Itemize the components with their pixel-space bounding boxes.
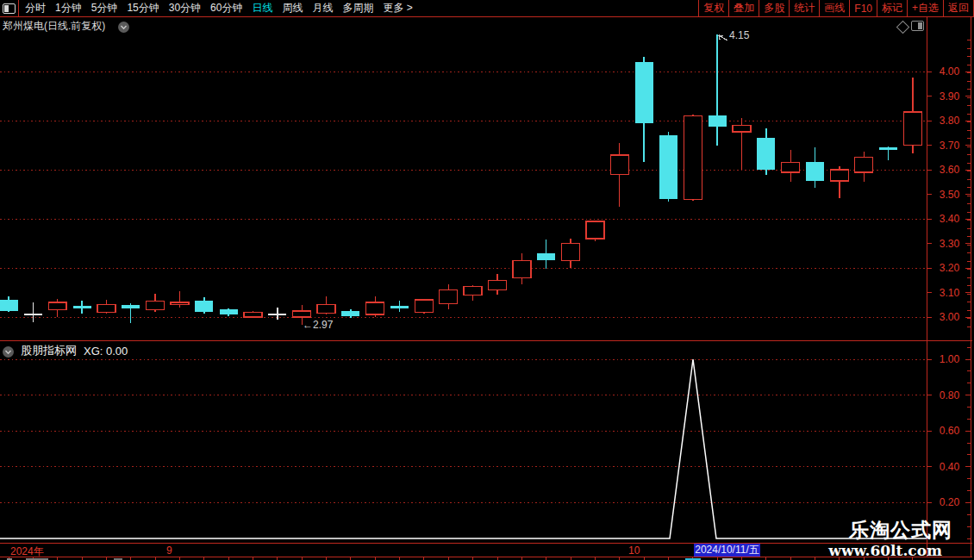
date-axis-label: 9	[166, 544, 172, 557]
price-axis-label: 3.90	[931, 90, 968, 103]
price-axis-label: 3.40	[931, 213, 968, 225]
indicator-axis-label: 0.60	[931, 425, 968, 437]
indicator-panel-header: 股朋指标网 XG: 0.00	[3, 343, 128, 358]
candle	[440, 284, 458, 310]
candle	[733, 118, 751, 170]
candle	[635, 57, 653, 163]
candle	[220, 308, 238, 316]
period-tab[interactable]: 更多 >	[383, 1, 412, 16]
candle	[244, 311, 262, 319]
candle	[464, 285, 482, 302]
candle	[610, 143, 628, 207]
date-axis-label: 2024年	[10, 544, 44, 559]
candle	[268, 308, 286, 320]
period-tab[interactable]: 多周期	[342, 1, 373, 16]
indicator-axis-label: 0.20	[931, 496, 968, 508]
top-toolbar: 分时1分钟5分钟15分钟30分钟60分钟日线周线月线多周期更多 > 复权叠加多股…	[0, 0, 974, 17]
indicator-axis-label: 1.00	[931, 353, 968, 365]
action-button[interactable]: 画线	[819, 0, 849, 16]
price-axis-label: 3.10	[931, 287, 968, 299]
price-axis-label: 3.50	[931, 189, 968, 201]
candle	[757, 128, 775, 175]
indicator-axis-label: 0.80	[931, 389, 968, 401]
candle	[195, 297, 213, 314]
price-axis-label: 3.70	[931, 140, 968, 152]
candlesticks	[0, 34, 921, 324]
price-axis-label: 3.80	[931, 115, 968, 127]
watermark-site-url: www.60lt.com	[828, 542, 942, 559]
period-tab[interactable]: 1分钟	[55, 1, 82, 16]
sidebar-toggle-icon	[3, 3, 16, 14]
period-tab[interactable]: 月线	[312, 1, 333, 16]
candle	[415, 299, 433, 314]
indicator-axis-label: 0.40	[931, 461, 968, 473]
action-button[interactable]: 叠加	[728, 0, 759, 16]
price-axis-label: 4.00	[931, 65, 968, 78]
chart-title: 郑州煤电(日线.前复权)	[3, 19, 105, 34]
candle	[562, 239, 580, 268]
axis-ticks	[9, 40, 971, 560]
action-button[interactable]: 多股	[759, 0, 789, 16]
indicator-value-label: XG: 0.00	[84, 345, 128, 358]
price-axis-label: 3.30	[931, 238, 968, 250]
candle	[659, 132, 677, 202]
price-axis-label: 3.00	[931, 311, 968, 323]
low-price-annotation: ←2.97	[303, 319, 333, 331]
xg-indicator-line	[0, 359, 927, 538]
period-tab[interactable]: 5分钟	[91, 1, 118, 16]
action-button[interactable]: 标记	[877, 0, 907, 16]
candle	[366, 296, 384, 317]
candle	[97, 300, 116, 314]
title-dropdown-button[interactable]	[118, 21, 129, 32]
candle	[73, 301, 91, 313]
candle	[830, 166, 848, 198]
action-buttons: 复权叠加多股统计画线F10标记+自选返回	[698, 0, 974, 16]
main-gridlines	[0, 72, 927, 317]
candle	[24, 302, 42, 322]
chart-frame	[0, 17, 972, 557]
candle	[879, 146, 897, 160]
period-tab[interactable]: 60分钟	[210, 1, 242, 16]
candle	[48, 299, 66, 317]
candle	[317, 296, 335, 314]
action-button[interactable]: +自选	[907, 0, 943, 16]
period-tab[interactable]: 15分钟	[127, 1, 159, 16]
date-axis-label: 10	[628, 544, 640, 557]
candle	[903, 78, 921, 153]
candle	[806, 147, 824, 188]
candle	[855, 152, 873, 183]
indicator-source-label: 股朋指标网	[21, 343, 77, 358]
candle	[513, 253, 531, 284]
high-price-annotation: 4.15	[729, 29, 749, 41]
price-axis-label: 3.60	[931, 164, 968, 176]
period-tabs: 分时1分钟5分钟15分钟30分钟60分钟日线周线月线多周期更多 >	[19, 0, 698, 16]
action-button[interactable]: 统计	[789, 0, 819, 16]
indicator-gridlines	[0, 359, 927, 502]
annotation-arrow	[719, 35, 727, 40]
watermark-site-name: 乐淘公式网	[849, 517, 952, 544]
candle	[390, 301, 409, 312]
candle	[586, 221, 604, 241]
trading-app-window: 分时1分钟5分钟15分钟30分钟60分钟日线周线月线多周期更多 > 复权叠加多股…	[0, 0, 974, 560]
indicator-collapse-button[interactable]	[3, 345, 14, 357]
candle	[537, 240, 555, 269]
chart-canvas	[0, 0, 974, 560]
candle	[122, 303, 140, 323]
candle	[147, 294, 165, 312]
period-tab[interactable]: 周线	[282, 1, 303, 16]
action-button[interactable]: 返回	[943, 0, 974, 16]
period-tab[interactable]: 30分钟	[169, 1, 201, 16]
candle	[0, 296, 18, 313]
candle	[489, 274, 507, 295]
candle	[171, 291, 189, 308]
action-button[interactable]: F10	[849, 0, 877, 16]
selected-date-badge[interactable]: 2024/10/11/五	[694, 544, 760, 557]
candle	[782, 150, 800, 182]
period-tab[interactable]: 日线	[252, 1, 272, 16]
panel-layout-icon[interactable]	[911, 21, 924, 31]
action-button[interactable]: 复权	[698, 0, 728, 16]
candle	[684, 115, 702, 201]
period-tab[interactable]: 分时	[25, 1, 46, 16]
sidebar-toggle-button[interactable]	[0, 0, 19, 16]
candle	[709, 34, 727, 145]
